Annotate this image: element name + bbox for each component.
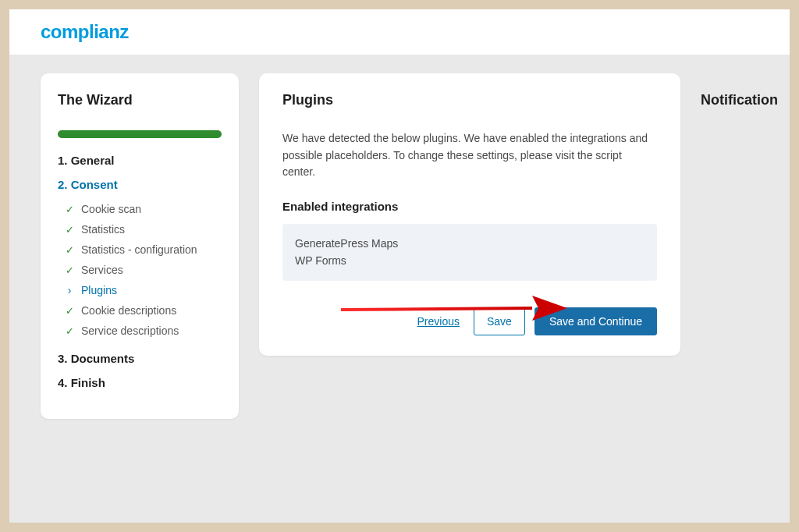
wizard-sidebar: The Wizard 1. General 2. Consent ✓ Cooki… xyxy=(41,73,239,419)
step-consent[interactable]: 2. Consent xyxy=(58,178,222,191)
panel-title: Plugins xyxy=(282,92,657,108)
substep-label: Cookie scan xyxy=(81,203,141,215)
substep-plugins[interactable]: › Plugins xyxy=(64,280,222,300)
check-icon: ✓ xyxy=(64,264,75,276)
app-frame: complianz The Wizard 1. General 2. Conse… xyxy=(9,9,790,523)
check-icon: ✓ xyxy=(64,244,75,256)
substep-statistics-config[interactable]: ✓ Statistics - configuration xyxy=(64,239,222,260)
top-bar: complianz xyxy=(9,9,790,55)
check-icon: ✓ xyxy=(64,204,75,215)
substep-statistics[interactable]: ✓ Statistics xyxy=(64,219,222,239)
integration-item: WP Forms xyxy=(295,252,645,269)
panel-description: We have detected the below plugins. We h… xyxy=(282,130,657,181)
integration-item: GeneratePress Maps xyxy=(295,235,645,252)
step-documents[interactable]: 3. Documents xyxy=(58,352,222,365)
chevron-right-icon: › xyxy=(64,284,75,296)
wizard-main-panel: Plugins We have detected the below plugi… xyxy=(259,73,680,356)
consent-substeps: ✓ Cookie scan ✓ Statistics ✓ Statistics … xyxy=(58,199,222,341)
substep-label: Statistics - configuration xyxy=(81,243,197,256)
integrations-list: GeneratePress Maps WP Forms xyxy=(282,224,657,281)
save-continue-button[interactable]: Save and Continue xyxy=(534,307,657,335)
substep-label: Statistics xyxy=(81,223,125,236)
substep-services[interactable]: ✓ Services xyxy=(64,260,222,280)
wizard-title: The Wizard xyxy=(58,92,222,108)
substep-label: Plugins xyxy=(81,284,117,296)
step-finish[interactable]: 4. Finish xyxy=(58,376,222,389)
previous-link[interactable]: Previous xyxy=(413,309,464,334)
save-button[interactable]: Save xyxy=(474,307,525,335)
substep-label: Cookie descriptions xyxy=(81,304,176,317)
notifications-panel: Notification xyxy=(701,73,778,108)
progress-bar xyxy=(58,130,222,138)
substep-label: Service descriptions xyxy=(81,325,179,337)
check-icon: ✓ xyxy=(64,305,75,317)
brand-logo: complianz xyxy=(41,21,129,43)
substep-cookie-scan[interactable]: ✓ Cookie scan xyxy=(64,199,222,219)
content-row: The Wizard 1. General 2. Consent ✓ Cooki… xyxy=(9,55,790,438)
substep-service-descriptions[interactable]: ✓ Service descriptions xyxy=(64,321,222,341)
substep-label: Services xyxy=(81,264,123,276)
check-icon: ✓ xyxy=(64,325,75,337)
integrations-heading: Enabled integrations xyxy=(282,200,657,213)
wizard-actions: Previous Save Save and Continue xyxy=(282,307,657,335)
step-general[interactable]: 1. General xyxy=(58,154,222,167)
substep-cookie-descriptions[interactable]: ✓ Cookie descriptions xyxy=(64,300,222,321)
check-icon: ✓ xyxy=(64,224,75,236)
notifications-title: Notification xyxy=(701,92,778,108)
